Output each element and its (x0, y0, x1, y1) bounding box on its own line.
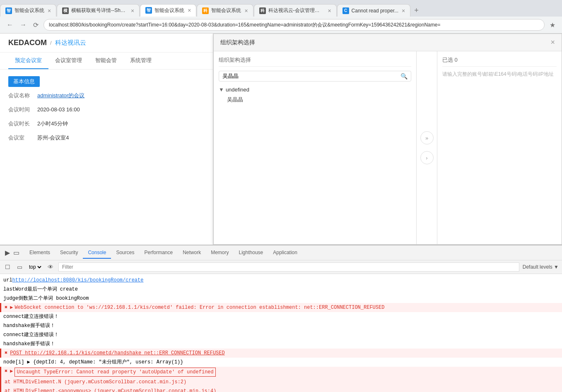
console-text: connect建立连接错误！ (3, 313, 59, 320)
error-icon: ✖ (5, 304, 7, 311)
new-tab-button[interactable]: + (411, 4, 422, 17)
error-text: at HTMLDivElement.N (jquery.mCustomScrol… (5, 378, 186, 386)
form-value-1: administrator的会议 (37, 92, 84, 99)
bookmark-button[interactable]: ★ (548, 19, 557, 31)
app-content: 基本信息 会议名称administrator的会议会议时间2020-08-03 … (0, 70, 213, 155)
dialog-left-label: 组织架构选择 (219, 56, 411, 67)
nav-item-2[interactable]: 会议室管理 (48, 53, 89, 69)
error-icon: ✖ (5, 368, 7, 375)
console-text: connect建立连接错误！ (3, 331, 59, 339)
address-input[interactable] (43, 19, 545, 31)
search-input[interactable] (222, 73, 400, 79)
console-text: url (3, 277, 12, 284)
back-button[interactable]: ← (5, 19, 15, 30)
tab-close-5[interactable]: × (328, 7, 331, 14)
console-text: handshake握手错误！ (3, 340, 55, 348)
chevron-icon: ▼ (219, 87, 224, 93)
nav-item-4[interactable]: 系统管理 (123, 53, 158, 69)
console-line: ✖▶WebSocket connection to 'ws://192.168.… (0, 303, 562, 312)
form-value-3: 2小时45分钟 (37, 120, 68, 127)
form-label-3: 会议时长 (8, 120, 37, 127)
browser-tab-5[interactable]: 科科达视讯云-会议管理系统× (254, 4, 337, 17)
console-text: judge倒数第二个单词 bookingRoom (3, 295, 89, 302)
tree-root: ▼ undefined (219, 85, 411, 94)
devtools-tab-console[interactable]: Console (83, 247, 111, 259)
reload-button[interactable]: ⟳ (31, 19, 40, 31)
app-nav: 预定会议室会议室管理智能会管系统管理 (0, 53, 213, 70)
browser-tab-4[interactable]: 科智能会议系统× (197, 4, 253, 17)
console-line: at HTMLDivElement.<anonymous> (jquery.mC… (0, 387, 562, 392)
devtools-tab-elements[interactable]: Elements (24, 247, 55, 259)
console-line: connect建立连接错误！ (0, 330, 562, 339)
address-bar: ← → ⟳ ★ (0, 17, 562, 33)
console-text: handshake握手错误！ (3, 322, 55, 329)
console-line: judge倒数第二个单词 bookingRoom (0, 294, 562, 303)
nav-item-3[interactable]: 智能会管 (89, 53, 123, 69)
expand-icon[interactable]: ▶ (10, 304, 13, 311)
default-levels-selector[interactable]: Default levels ▼ (523, 264, 559, 270)
console-link[interactable]: POST http://192.168.1.1/kis/cometd/hands… (10, 349, 224, 357)
tab-title-5: 科达视讯云-会议管理系统 (268, 7, 325, 14)
search-icon: 🔍 (400, 73, 408, 79)
devtools-tab-network[interactable]: Network (178, 247, 206, 259)
console-line: connect建立连接错误！ (0, 312, 562, 321)
tab-favicon-3: 智 (145, 7, 152, 14)
context-selector[interactable]: top (27, 264, 43, 270)
filter-input[interactable] (58, 262, 519, 272)
devtools-tab-lighthouse[interactable]: Lighthouse (234, 247, 268, 259)
browser-tab-6[interactable]: CCannot read proper...× (337, 4, 411, 17)
search-box[interactable]: 🔍 (219, 71, 411, 82)
console-line: ✖▶Uncaught TypeError: Cannot read proper… (0, 367, 562, 378)
dialog-panel: 组织架构选择 × 组织架构选择 🔍 ▼ undefined 吴晶晶 » › (213, 34, 562, 245)
tab-close-2[interactable]: × (131, 7, 134, 14)
devtools-tab-memory[interactable]: Memory (206, 247, 234, 259)
nav-item-1[interactable]: 预定会议室 (8, 53, 48, 69)
form-row: 会议室苏州-会议室4 (8, 134, 205, 142)
devtools-toolbar: ☐ ▭ top 👁 Default levels ▼ (0, 260, 562, 274)
pause-on-exceptions-icon[interactable]: ▭ (15, 262, 24, 272)
tab-title-2: 横幅获取账号详情--ShowDoc (71, 7, 128, 14)
tab-favicon-2: 横 (62, 7, 69, 14)
app-header: KEDACOM / 科达视讯云 (0, 34, 213, 53)
right-placeholder: 请输入完整的账号\邮箱\E164号码\电话号码\IP地址 (442, 71, 557, 78)
form-value-4: 苏州-会议室4 (37, 134, 69, 142)
tab-title-4: 智能会议系统 (211, 7, 241, 14)
devtools-tab-security[interactable]: Security (55, 247, 83, 259)
browser-tab-1[interactable]: 智智能会议系统× (0, 4, 56, 17)
browser-tab-3[interactable]: 智智能会议系统× (140, 4, 196, 17)
clear-console-icon[interactable]: ☐ (3, 262, 12, 272)
arrow-right-single-button[interactable]: › (420, 151, 434, 164)
devtools-tab-performance[interactable]: Performance (139, 247, 178, 259)
devtools-console-body: url http://localhost:8080/kis/bookingRoo… (0, 274, 562, 392)
browser-tab-2[interactable]: 横横幅获取账号详情--ShowDoc× (57, 4, 140, 17)
tab-close-6[interactable]: × (402, 7, 405, 14)
devtools-panel: ▶ ▭ ElementsSecurityConsoleSourcesPerfor… (0, 245, 562, 392)
console-text: node[i] ▶ {deptId: 4, deptName: "未分组用户",… (3, 358, 183, 366)
forward-button[interactable]: → (18, 19, 28, 30)
tab-close-1[interactable]: × (48, 7, 51, 14)
tab-favicon-6: C (343, 7, 349, 14)
dialog-right-label: 已选 0 (442, 56, 557, 67)
devtools-device-icon[interactable]: ▭ (12, 247, 21, 258)
form-label-2: 会议时间 (8, 106, 37, 113)
console-line: lastWord最后一个单词 create (0, 285, 562, 294)
arrow-right-button[interactable]: » (420, 131, 434, 144)
devtools-tab-sources[interactable]: Sources (111, 247, 139, 259)
tree-root-label: undefined (226, 87, 249, 93)
console-line: at HTMLDivElement.N (jquery.mCustomScrol… (0, 378, 562, 387)
error-icon: ✖ (5, 349, 7, 357)
devtools-tab-application[interactable]: Application (268, 247, 302, 259)
tab-close-3[interactable]: × (188, 7, 191, 14)
console-link[interactable]: http://localhost:8080/kis/bookingRoom/cr… (12, 277, 144, 284)
devtools-inspect-icon[interactable]: ▶ (3, 247, 12, 258)
eye-icon[interactable]: 👁 (46, 262, 55, 272)
already-selected-text: 已选 0 (442, 57, 458, 63)
logo-sub: 科达视讯云 (55, 39, 86, 47)
dialog-close-button[interactable]: × (550, 38, 555, 47)
tab-close-4[interactable]: × (244, 7, 248, 14)
expand-icon[interactable]: ▶ (10, 368, 13, 375)
tab-favicon-4: 科 (202, 7, 209, 14)
console-text: lastWord最后一个单词 create (3, 286, 78, 293)
console-line: handshake握手错误！ (0, 339, 562, 349)
tab-title-6: Cannot read proper... (352, 8, 398, 14)
